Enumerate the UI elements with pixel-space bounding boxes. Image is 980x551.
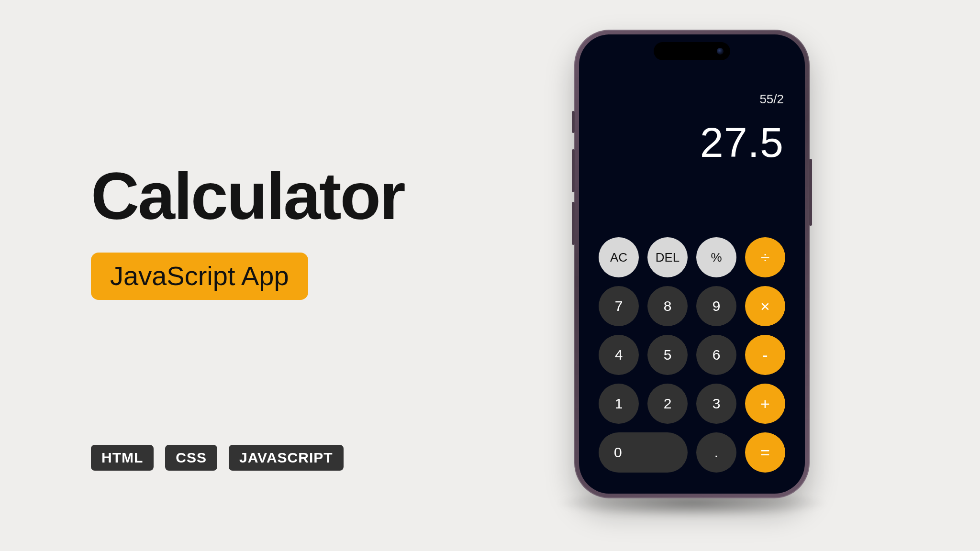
key-5[interactable]: 5	[647, 335, 688, 375]
key-7[interactable]: 7	[599, 286, 639, 326]
phone-power-button	[809, 159, 812, 226]
tag-html: HTML	[91, 445, 154, 471]
key-2[interactable]: 2	[647, 384, 688, 424]
tech-tags: HTML CSS JAVASCRIPT	[91, 445, 344, 471]
key-6[interactable]: 6	[696, 335, 736, 375]
key-multiply[interactable]: ×	[745, 286, 785, 326]
display-result: 27.5	[600, 118, 784, 167]
calculator-keypad: AC DEL % ÷ 7 8 9 × 4 5 6 - 1 2 3 + 0 . =	[579, 237, 805, 473]
key-percent[interactable]: %	[696, 237, 736, 277]
hero-subtitle-badge: JavaScript App	[91, 253, 308, 300]
key-dot[interactable]: .	[696, 432, 736, 473]
key-9[interactable]: 9	[696, 286, 736, 326]
hero-title: Calculator	[91, 163, 404, 230]
key-equals[interactable]: =	[745, 432, 785, 473]
dynamic-island	[654, 42, 730, 60]
key-8[interactable]: 8	[647, 286, 688, 326]
key-minus[interactable]: -	[745, 335, 785, 375]
key-plus[interactable]: +	[745, 384, 785, 424]
key-4[interactable]: 4	[599, 335, 639, 375]
tag-css: CSS	[165, 445, 217, 471]
phone-side-button	[572, 111, 575, 133]
phone-mockup: 55/2 27.5 AC DEL % ÷ 7 8 9 × 4 5 6 - 1 2…	[574, 30, 810, 498]
key-3[interactable]: 3	[696, 384, 736, 424]
key-del[interactable]: DEL	[647, 237, 688, 277]
key-divide[interactable]: ÷	[745, 237, 785, 277]
key-ac[interactable]: AC	[599, 237, 639, 277]
key-0[interactable]: 0	[599, 432, 688, 473]
tag-javascript: JAVASCRIPT	[229, 445, 344, 471]
display-expression: 55/2	[600, 92, 784, 107]
phone-screen: 55/2 27.5 AC DEL % ÷ 7 8 9 × 4 5 6 - 1 2…	[579, 34, 805, 494]
phone-volume-down-button	[572, 202, 575, 245]
phone-volume-up-button	[572, 149, 575, 192]
calculator-display: 55/2 27.5	[579, 92, 805, 167]
key-1[interactable]: 1	[599, 384, 639, 424]
